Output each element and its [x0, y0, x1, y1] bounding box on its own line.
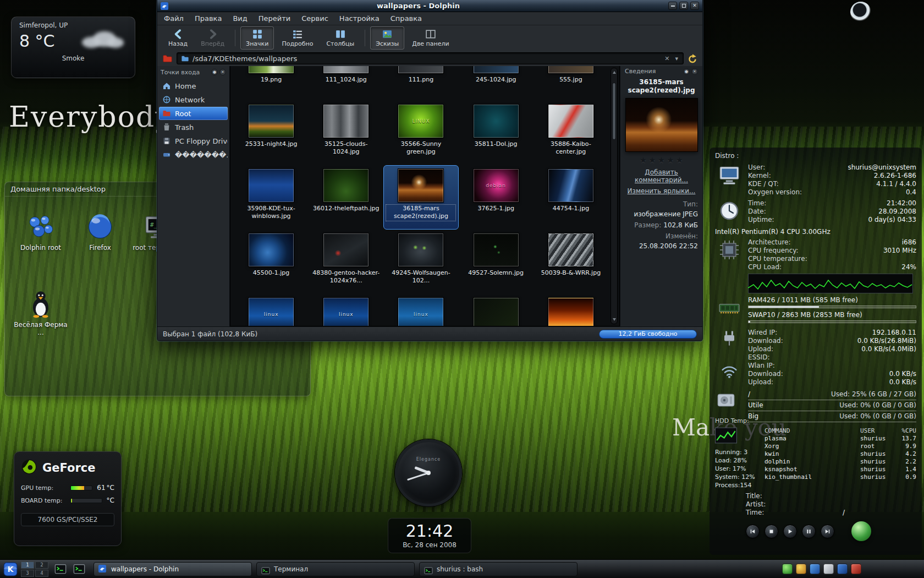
pager-desktop-3[interactable]: 3 [21, 570, 34, 577]
view-details-icon [293, 29, 302, 40]
maximize-button[interactable] [679, 2, 688, 10]
file-item[interactable]: 35908-KDE-tux-winblows.jpg [234, 165, 309, 230]
file-item[interactable]: 25331-night4.jpg [234, 101, 309, 165]
toolbar-forward-button[interactable]: Вперёд [195, 26, 230, 50]
location-dropdown-button[interactable]: ▾ [674, 55, 679, 62]
places-item-root[interactable]: Root [159, 107, 228, 120]
media-player-icon[interactable] [851, 521, 871, 541]
menu-item[interactable]: Справка [391, 14, 422, 23]
play-button[interactable] [783, 525, 797, 538]
info-close-button[interactable]: ✕ [691, 68, 698, 75]
desktop-icon-veselaya-ferma[interactable]: Весёлая Ферма ... [12, 289, 70, 337]
stop-button[interactable] [765, 525, 778, 538]
rating-star-icon[interactable]: ★ [676, 155, 683, 165]
location-path[interactable]: /sda7/KDEthemes/wallpapers [193, 54, 660, 63]
places-item-device[interactable]: �������... [159, 148, 228, 161]
media-player-tray-icon[interactable] [782, 564, 793, 574]
toolbar-details-view-button[interactable]: Подробно [276, 26, 318, 50]
weather-widget[interactable]: Simferopol, UP 8 °C Smoke [11, 17, 135, 78]
file-item[interactable]: 48380-gentoo-hacker-1024x76... [309, 230, 383, 294]
file-item[interactable]: 35886-Kaibo-center.jpg [534, 101, 608, 165]
places-item-floppy[interactable]: PC Floppy Drive [159, 134, 228, 148]
rating-star-icon[interactable]: ★ [658, 155, 665, 165]
rating-star-icon[interactable]: ★ [648, 155, 656, 165]
menu-item[interactable]: Файл [164, 14, 184, 23]
scroll-up-arrow[interactable] [613, 71, 616, 74]
desktop-icon-dolphin-root[interactable]: Dolphin root [12, 212, 70, 252]
file-item[interactable]: 49245-Wolfsaugen-102... [383, 230, 458, 294]
info-detach-button[interactable]: ● [683, 68, 690, 75]
toolbar-icons-view-button[interactable]: Значки [240, 26, 274, 50]
toolbar-columns-view-button[interactable]: Столбцы [321, 26, 360, 50]
pager-desktop-1[interactable]: 1 [21, 561, 34, 569]
places-item-trash[interactable]: Trash [159, 121, 228, 134]
file-item[interactable]: 111_1024.jpg [309, 66, 383, 101]
rating-star-icon[interactable]: ★ [640, 155, 647, 165]
menu-item[interactable]: Правка [195, 14, 222, 23]
task-terminal[interactable]: Терминал [256, 562, 415, 576]
scrollbar-thumb[interactable] [612, 83, 616, 140]
file-item[interactable]: 49527-Solemn.jpg [459, 230, 534, 294]
places-item-home[interactable]: Home [159, 79, 228, 92]
toolbar-preview-button[interactable]: Эскизы [370, 26, 404, 50]
add-comment-link[interactable]: Добавить комментарий... [625, 168, 698, 184]
network-tray-icon[interactable] [810, 564, 820, 574]
file-item[interactable]: linux [383, 294, 458, 326]
location-input[interactable]: /sda7/KDEthemes/wallpapers ✕ ▾ [177, 52, 684, 64]
menu-item[interactable]: Перейти [258, 14, 291, 23]
vertical-scrollbar[interactable] [610, 68, 618, 324]
menu-item[interactable]: Вид [233, 14, 247, 23]
file-item[interactable] [459, 294, 534, 326]
previous-track-button[interactable] [746, 525, 760, 538]
file-item[interactable]: 44754-1.jpg [534, 165, 608, 230]
klipper-tray-icon[interactable] [823, 564, 834, 574]
desktop-icon-firefox[interactable]: Firefox [71, 212, 129, 252]
volume-tray-icon[interactable] [796, 564, 806, 574]
file-item[interactable]: 35125-clouds-1024.jpg [309, 101, 383, 165]
pager-desktop-2[interactable]: 2 [35, 561, 48, 569]
file-item[interactable]: 111.png [383, 66, 458, 101]
places-close-button[interactable]: ✕ [219, 69, 226, 75]
pause-button[interactable] [802, 525, 816, 538]
file-item[interactable]: 555.jpg [534, 66, 608, 101]
toolbar-split-button[interactable]: Две панели [406, 26, 454, 50]
edit-tags-link[interactable]: Изменить ярлыки... [628, 187, 696, 195]
file-item[interactable]: 36185-mars scape2(rezed).jpg [383, 165, 458, 230]
undo-icon[interactable] [688, 53, 697, 63]
next-track-button[interactable] [821, 525, 834, 538]
file-item[interactable]: LINUX 35566-Sunny green.jpg [383, 101, 458, 165]
file-item[interactable] [534, 294, 608, 326]
file-item[interactable]: 50039-B-&-WRR.jpg [534, 230, 608, 294]
clear-location-button[interactable]: ✕ [663, 55, 670, 62]
file-item[interactable]: 19.png [234, 66, 309, 101]
terminal-launcher-icon[interactable] [54, 563, 67, 576]
konsole-launcher-icon[interactable] [73, 563, 86, 576]
close-button[interactable]: ✕ [690, 2, 699, 10]
scroll-down-arrow[interactable] [613, 318, 616, 321]
file-thumbnail [398, 233, 443, 266]
file-item[interactable]: 35811-Dol.jpg [459, 101, 534, 165]
menu-item[interactable]: Настройка [339, 14, 380, 23]
file-item[interactable]: 245-1024.jpg [459, 66, 534, 101]
minimize-button[interactable] [668, 2, 677, 10]
kde-tray-icon[interactable] [837, 564, 848, 574]
file-item[interactable]: linux [309, 294, 383, 326]
task-dolphin[interactable]: wallpapers - Dolphin [94, 562, 252, 576]
file-item[interactable]: 45500-1.jpg [234, 230, 309, 294]
rating-star-icon[interactable]: ★ [667, 155, 674, 165]
kmenu-button[interactable]: K [3, 562, 18, 576]
file-item[interactable]: 36012-theleftpath.jpg [309, 165, 383, 230]
places-item-network[interactable]: Network [159, 93, 228, 106]
pager-desktop-4[interactable]: 4 [35, 570, 48, 577]
plasma-toolbox-icon[interactable] [850, 2, 871, 23]
places-detach-button[interactable]: ● [211, 69, 218, 75]
file-item[interactable]: debian 37625-1.jpg [459, 165, 534, 230]
window-titlebar[interactable]: wallpapers - Dolphin ✕ [157, 0, 702, 12]
analog-clock[interactable]: Elegance [395, 439, 462, 506]
task-bash[interactable]: shurius : bash [419, 562, 578, 576]
alarm-tray-icon[interactable] [851, 564, 861, 574]
folder-red-icon[interactable] [162, 53, 173, 64]
file-item[interactable]: linux [234, 294, 309, 326]
toolbar-back-button[interactable]: Назад [163, 26, 193, 50]
menu-item[interactable]: Сервис [301, 14, 328, 23]
